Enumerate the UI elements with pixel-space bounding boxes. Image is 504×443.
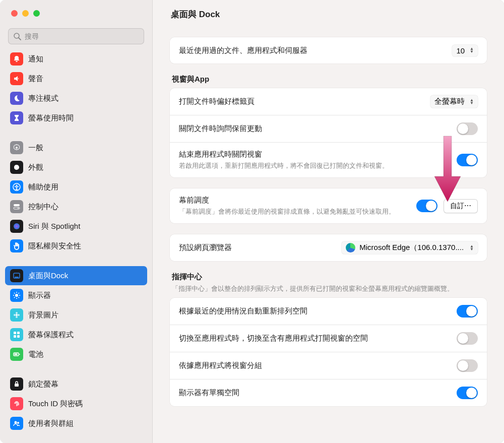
mc-displays-spaces-toggle[interactable] <box>457 387 478 399</box>
chevron-updown-icon: ▲▼ <box>468 245 474 251</box>
ask-keep-changes-toggle[interactable] <box>457 122 478 135</box>
svg-point-9 <box>18 208 19 209</box>
svg-rect-6 <box>14 204 20 206</box>
sidebar-item-label: 背景圖片 <box>28 310 58 320</box>
sidebar-item-users[interactable]: 使用者與群組 <box>5 414 147 433</box>
prefer-tabs-popup[interactable]: 全螢幕時 ▲▼ <box>430 95 478 108</box>
sidebar-item-label: 使用者與群組 <box>28 419 74 428</box>
chevron-updown-icon: ▲▼ <box>468 99 474 105</box>
sidebar-item-general[interactable]: 一般 <box>5 138 147 157</box>
svg-point-28 <box>17 422 19 424</box>
sidebar-item-label: 專注模式 <box>28 94 58 103</box>
default-browser-label: 預設網頁瀏覽器 <box>179 243 336 252</box>
sidebar-item-lock-screen[interactable]: 鎖定螢幕 <box>5 374 147 394</box>
gear-icon <box>10 141 23 154</box>
svg-point-18 <box>18 314 20 316</box>
content-scroll[interactable]: 最近使用過的文件、應用程式和伺服器 10 ▲▼ 視窗與App 打開文件時偏好標籤… <box>153 28 504 443</box>
sidebar-item-label: 外觀 <box>28 163 43 172</box>
sidebar-item-screensaver[interactable]: 螢幕保護程式 <box>5 325 147 344</box>
lock-icon <box>10 377 23 391</box>
accessibility-icon <box>10 180 23 194</box>
stage-manager-customize-button[interactable]: 自訂⋯ <box>444 199 478 213</box>
sidebar-item-focus[interactable]: 專注模式 <box>5 89 147 108</box>
zoom-window-button[interactable] <box>33 10 40 17</box>
mission-control-title: 指揮中心 <box>172 272 485 282</box>
svg-rect-20 <box>17 332 20 334</box>
svg-point-16 <box>16 316 18 318</box>
sidebar-item-label: 螢幕保護程式 <box>28 330 74 340</box>
svg-point-10 <box>14 223 20 229</box>
sidebar-item-touch-id[interactable]: Touch ID 與密碼 <box>5 394 147 413</box>
sidebar-item-label: 聲音 <box>28 74 43 84</box>
windows-section-header: 視窗與App <box>170 75 487 88</box>
sidebar-item-label: 控制中心 <box>28 202 58 212</box>
svg-point-13 <box>15 294 18 297</box>
sidebar-item-notifications[interactable]: 通知 <box>5 49 147 69</box>
appearance-icon <box>10 161 23 174</box>
hand-icon <box>10 239 23 252</box>
sidebar-item-siri[interactable]: Siri 與 Spotlight <box>5 217 147 236</box>
sidebar-list[interactable]: 通知聲音專注模式螢幕使用時間一般外觀輔助使用控制中心Siri 與 Spotlig… <box>0 49 152 443</box>
svg-point-8 <box>15 205 16 206</box>
sidebar-item-screen-time[interactable]: 螢幕使用時間 <box>5 108 147 128</box>
svg-rect-7 <box>14 207 20 209</box>
sidebar-item-label: Siri 與 Spotlight <box>28 222 80 231</box>
svg-rect-21 <box>14 335 16 338</box>
sidebar-item-label: 鎖定螢幕 <box>28 379 58 389</box>
brightness-icon <box>10 289 23 302</box>
default-browser-popup[interactable]: Microsoft Edge（106.0.1370.... ▲▼ <box>342 241 478 254</box>
minimize-window-button[interactable] <box>22 10 29 17</box>
close-windows-quit-toggle[interactable] <box>457 154 478 166</box>
stage-manager-label: 幕前調度 <box>179 196 410 205</box>
window-controls <box>0 0 152 26</box>
switches-icon <box>10 200 23 213</box>
chevron-updown-icon: ▲▼ <box>468 47 474 53</box>
sidebar-item-wallpaper[interactable]: 背景圖片 <box>5 305 147 325</box>
mc-switch-space-toggle[interactable] <box>457 332 478 345</box>
flower-icon <box>10 308 23 322</box>
close-window-button[interactable] <box>11 10 18 17</box>
sidebar-item-privacy[interactable]: 隱私權與安全性 <box>5 236 147 256</box>
svg-rect-26 <box>15 384 19 387</box>
fingerprint-icon <box>10 397 23 410</box>
sidebar-item-battery[interactable]: 電池 <box>5 345 147 364</box>
mc-group-by-app-toggle[interactable] <box>457 359 478 372</box>
svg-point-14 <box>16 314 18 316</box>
svg-rect-12 <box>15 277 19 278</box>
moon-icon <box>10 92 23 105</box>
main-pane: 桌面與 Dock 最近使用過的文件、應用程式和伺服器 10 ▲▼ 視窗與App <box>153 0 504 443</box>
sidebar-item-label: 螢幕使用時間 <box>28 113 74 123</box>
tiles-icon <box>10 328 23 341</box>
svg-rect-19 <box>14 332 16 334</box>
sidebar-item-accessibility[interactable]: 輔助使用 <box>5 177 147 197</box>
mc-auto-rearrange-toggle[interactable] <box>457 305 478 318</box>
edge-icon <box>346 243 355 252</box>
sidebar-item-appearance[interactable]: 外觀 <box>5 158 147 177</box>
sidebar-item-label: 輔助使用 <box>28 182 58 192</box>
sidebar-item-label: Touch ID 與密碼 <box>28 399 83 409</box>
page-title: 桌面與 Dock <box>171 9 220 20</box>
sidebar-item-displays[interactable]: 顯示器 <box>5 286 147 305</box>
sidebar-item-sound[interactable]: 聲音 <box>5 69 147 88</box>
sidebar-item-label: 桌面與Dock <box>28 271 68 281</box>
sidebar-item-label: 電池 <box>28 350 43 359</box>
svg-point-15 <box>16 312 18 314</box>
sidebar-item-label: 通知 <box>28 54 43 64</box>
dock-icon <box>10 269 23 282</box>
svg-point-27 <box>15 421 17 424</box>
svg-rect-25 <box>15 354 18 355</box>
svg-point-17 <box>14 314 16 316</box>
sidebar-item-control-center[interactable]: 控制中心 <box>5 197 147 216</box>
main-header: 桌面與 Dock <box>153 0 504 28</box>
search-input[interactable] <box>8 28 144 44</box>
bell-icon <box>10 52 23 66</box>
sidebar-item-label: 隱私權與安全性 <box>28 241 81 251</box>
users-icon <box>10 417 23 430</box>
sidebar-item-desktop-dock[interactable]: 桌面與Dock <box>5 266 147 285</box>
svg-point-2 <box>16 147 18 149</box>
recent-items-label: 最近使用過的文件、應用程式和伺服器 <box>179 46 446 55</box>
stage-manager-toggle[interactable] <box>416 200 437 212</box>
ask-keep-changes-label: 關閉文件時詢問保留更動 <box>179 124 451 134</box>
recent-items-popup[interactable]: 10 ▲▼ <box>452 45 478 56</box>
siri-icon <box>10 220 23 233</box>
